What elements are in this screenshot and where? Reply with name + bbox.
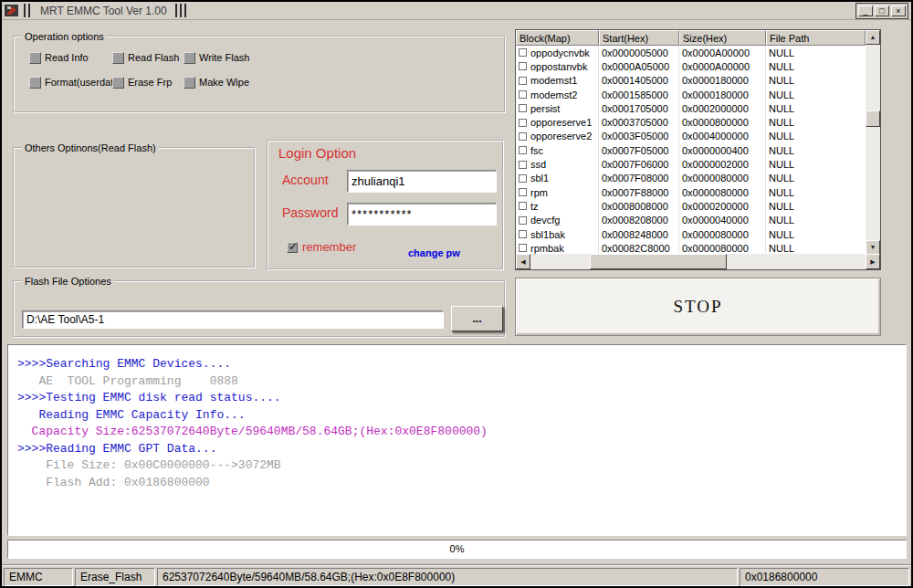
others-options-group: Others Optinons(Read Flash) — [13, 142, 256, 268]
horizontal-scroll-track[interactable] — [530, 254, 866, 269]
cell-file-path: NULL — [766, 130, 866, 143]
checkbox-icon[interactable] — [112, 77, 124, 89]
log-line: >>>>Searching EMMC Devices.... — [17, 356, 906, 373]
table-row[interactable]: persist0x00017050000x0002000000NULL — [516, 101, 866, 115]
row-checkbox[interactable] — [519, 188, 527, 196]
minimize-button[interactable]: _ — [858, 5, 873, 16]
row-checkbox[interactable] — [519, 119, 527, 127]
checkbox-erase-frp[interactable]: Erase Frp — [112, 76, 184, 89]
row-checkbox[interactable] — [519, 62, 527, 70]
checkbox-format-userdata[interactable]: Format(userdata) — [29, 76, 112, 89]
cell-file-path: NULL — [766, 59, 866, 73]
table-row[interactable]: opporeserve20x0003F050000x0004000000NULL — [516, 130, 866, 143]
password-input[interactable] — [347, 203, 497, 226]
flash-path-input[interactable] — [22, 310, 444, 329]
checkbox-icon[interactable] — [287, 242, 298, 253]
cell-block-map: modemst1 — [516, 74, 599, 88]
checkbox-label: Write Flash — [199, 52, 249, 63]
cell-block-map: persist — [516, 101, 599, 115]
table-row[interactable]: rpm0x0007F880000x0000080000NULL — [516, 185, 866, 199]
table-row[interactable]: modemst10x00014050000x0000180000NULL — [516, 74, 866, 88]
stop-button[interactable]: STOP — [515, 278, 881, 336]
checkbox-label: Read Flash — [128, 52, 179, 63]
close-button[interactable]: × — [891, 5, 906, 16]
scroll-right-icon[interactable]: ▶ — [866, 254, 880, 269]
horizontal-scroll-thumb[interactable] — [590, 254, 727, 269]
checkbox-write-flash[interactable]: Write Flash — [184, 51, 249, 64]
row-checkbox[interactable] — [519, 104, 527, 112]
account-input[interactable] — [347, 170, 497, 193]
checkbox-label: Make Wipe — [199, 77, 249, 88]
checkbox-read-flash[interactable]: Read Flash — [112, 51, 184, 64]
scroll-left-icon[interactable]: ◀ — [516, 254, 530, 269]
column-header-block-map[interactable]: Block(Map) — [516, 30, 599, 46]
table-row[interactable]: sbl1bak0x00082480000x0000080000NULL — [516, 227, 866, 241]
cell-size-hex: 0x0000040000 — [679, 214, 766, 227]
cell-size-hex: 0x0000000400 — [679, 143, 766, 157]
log-line: Flash Add: 0x0186800000 — [17, 475, 906, 492]
account-label: Account — [282, 173, 329, 187]
cell-start-hex: 0x0008248000 — [599, 227, 679, 241]
change-password-link[interactable]: change pw — [408, 247, 460, 258]
checkbox-icon[interactable] — [184, 77, 195, 89]
checkbox-icon[interactable] — [112, 52, 124, 64]
cell-size-hex: 0x0000180000 — [679, 74, 766, 88]
cell-block-map: fsc — [516, 143, 599, 157]
checkbox-read-info[interactable]: Read Info — [29, 51, 112, 64]
cell-block-map: sbl1bak — [516, 227, 599, 241]
table-row[interactable]: rpmbak0x00082C80000x0000080000NULL — [516, 241, 866, 255]
horizontal-scrollbar[interactable]: ◀ ▶ — [516, 254, 880, 269]
table-row[interactable]: oppodycnvbk0x00000050000x0000A00000NULL — [516, 46, 866, 59]
checkbox-make-wipe[interactable]: Make Wipe — [184, 76, 249, 89]
remember-checkbox[interactable]: remember — [287, 240, 356, 254]
row-checkbox[interactable] — [519, 146, 527, 154]
checkbox-icon[interactable] — [29, 52, 41, 64]
row-checkbox[interactable] — [519, 77, 527, 85]
log-line: >>>>Reading EMMC GPT Data... — [17, 441, 906, 458]
column-header-file-path[interactable]: File Path — [766, 30, 866, 46]
table-row[interactable]: sbl10x0007F080000x0000080000NULL — [516, 172, 866, 185]
operation-checkbox-grid: Read InfoRead FlashWrite FlashFormat(use… — [15, 42, 504, 89]
password-label: Password — [282, 205, 338, 220]
row-checkbox[interactable] — [519, 132, 527, 141]
browse-button[interactable]: ... — [451, 306, 503, 331]
table-row[interactable]: modemst20x00015850000x0000180000NULL — [516, 88, 866, 101]
cell-start-hex: 0x0007F05000 — [599, 143, 679, 157]
row-checkbox[interactable] — [519, 161, 527, 169]
cell-start-hex: 0x0000005000 — [599, 46, 679, 59]
column-header-size-hex[interactable]: Size(Hex) — [679, 30, 766, 46]
checkbox-label: Erase Frp — [128, 77, 172, 88]
row-checkbox[interactable] — [519, 230, 527, 238]
row-checkbox[interactable] — [519, 90, 527, 99]
row-checkbox[interactable] — [519, 174, 527, 183]
table-row[interactable]: devcfg0x00082080000x0000040000NULL — [516, 214, 866, 227]
checkbox-icon[interactable] — [184, 52, 195, 64]
row-checkbox[interactable] — [519, 216, 527, 225]
column-header-start-hex[interactable]: Start(Hex) — [599, 30, 679, 46]
row-checkbox[interactable] — [519, 48, 527, 57]
log-area[interactable]: >>>>Searching EMMC Devices.... AE TOOL P… — [7, 344, 907, 536]
vertical-scrollbar[interactable]: ▲ ▼ — [866, 30, 880, 255]
table-row[interactable]: tz0x00080080000x0000200000NULL — [516, 199, 866, 213]
table-row[interactable]: oppostanvbk0x0000A050000x0000A00000NULL — [516, 59, 866, 73]
cell-size-hex: 0x0000A00000 — [679, 46, 766, 59]
login-panel: Login Option Account Password remember c… — [267, 140, 504, 270]
maximize-button[interactable]: □ — [875, 5, 889, 16]
checkbox-icon[interactable] — [29, 77, 41, 89]
scroll-up-icon[interactable]: ▲ — [866, 30, 880, 45]
row-checkbox[interactable] — [519, 244, 527, 252]
cell-block-map: ssd — [516, 157, 599, 171]
vertical-scroll-track[interactable] — [866, 45, 880, 240]
cell-file-path: NULL — [766, 143, 866, 157]
table-row[interactable]: fsc0x0007F050000x0000000400NULL — [516, 143, 866, 157]
cell-start-hex: 0x0008208000 — [599, 214, 679, 227]
row-checkbox[interactable] — [519, 202, 527, 210]
remember-label: remember — [302, 240, 356, 254]
cell-block-map: oppostanvbk — [516, 59, 599, 73]
cell-file-path: NULL — [766, 74, 866, 88]
vertical-scroll-thumb[interactable] — [866, 110, 880, 127]
cell-file-path: NULL — [766, 172, 866, 185]
scroll-down-icon[interactable]: ▼ — [866, 240, 880, 255]
table-row[interactable]: opporeserve10x00037050000x0000800000NULL — [516, 115, 866, 129]
table-row[interactable]: ssd0x0007F060000x0000002000NULL — [516, 157, 866, 171]
